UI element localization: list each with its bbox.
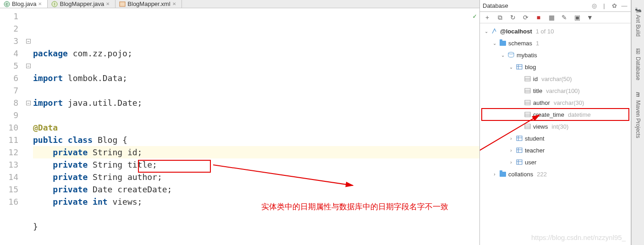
maven-tab[interactable]: mMaven Projects [634, 89, 642, 141]
refresh-icon[interactable]: ↻ [509, 14, 517, 21]
chevron-icon[interactable]: › [508, 136, 514, 141]
table-student[interactable]: ›student [482, 132, 629, 144]
duplicate-icon[interactable]: ⧉ [496, 14, 504, 21]
svg-point-7 [508, 52, 514, 54]
svg-rect-32 [517, 160, 522, 164]
code-line[interactable]: @Data [33, 121, 479, 134]
line-number: 9 [0, 109, 18, 121]
fold-column: −−− [24, 8, 33, 245]
fold-gutter[interactable] [24, 109, 33, 121]
maven-icon: m [635, 92, 641, 98]
tab-blog-mapper-xml[interactable]: BlogMapper.xml ✕ [116, 0, 182, 8]
sync-icon[interactable]: ⟳ [522, 14, 529, 21]
database-panel: Database ◎ | ✿ — + ⧉ ↻ ⟳ ■ ▦ ✎ ▣ ▼ ⌄@loc… [480, 0, 631, 245]
column-author[interactable]: authorvarchar(30) [482, 97, 629, 109]
fold-gutter[interactable] [24, 146, 33, 158]
line-number: 3 [0, 35, 18, 47]
stop-icon[interactable]: ■ [535, 14, 542, 21]
chevron-icon[interactable]: › [492, 172, 497, 177]
line-number: 14 [0, 171, 18, 183]
chevron-icon[interactable]: › [508, 148, 514, 153]
chevron-icon[interactable]: › [508, 160, 514, 165]
table-user[interactable]: ›user [482, 156, 629, 168]
ant-build-tab[interactable]: 🐜Ant Build [634, 4, 642, 39]
close-icon[interactable]: ✕ [106, 1, 111, 7]
class-icon: c [4, 1, 10, 7]
column-create_time[interactable]: create_timedatetime [482, 109, 629, 120]
database-header: Database ◎ | ✿ — [480, 0, 631, 12]
chevron-icon[interactable]: ⌄ [484, 29, 489, 34]
fold-gutter[interactable] [24, 47, 33, 60]
code-line[interactable]: import java.util.Date; [33, 97, 479, 109]
database-tree[interactable]: ⌄@localhost1 of 10⌄schemas1⌄mybatis⌄blog… [480, 23, 631, 245]
chevron-icon[interactable]: ⌄ [492, 41, 497, 46]
line-number: 2 [0, 22, 18, 35]
sql-icon[interactable]: ▣ [573, 14, 581, 21]
code-line[interactable]: import lombok.Data; [33, 72, 479, 84]
line-number: 11 [0, 134, 18, 146]
fold-gutter[interactable] [24, 183, 33, 196]
code-line[interactable]: package com.zz.pojo; [33, 47, 479, 60]
settings-icon[interactable]: ✿ [611, 2, 618, 10]
table-teacher[interactable]: ›teacher [482, 144, 629, 156]
svg-rect-4 [120, 2, 125, 6]
add-icon[interactable]: + [484, 14, 491, 21]
line-number: 15 [0, 183, 18, 196]
fold-toggle[interactable]: − [24, 97, 33, 109]
fold-gutter[interactable] [24, 171, 33, 183]
schema-mybatis[interactable]: ⌄mybatis [482, 49, 629, 61]
table-blog[interactable]: ⌄blog [482, 61, 629, 73]
code-line[interactable] [33, 84, 479, 97]
target-icon[interactable]: ◎ [590, 2, 598, 10]
code-line[interactable] [33, 233, 479, 245]
grid-icon[interactable]: ▦ [548, 14, 555, 21]
svg-rect-26 [517, 136, 522, 141]
code-line[interactable] [33, 60, 479, 72]
folder-icon [500, 172, 506, 177]
line-number: 1 [0, 10, 18, 22]
column-views[interactable]: viewsint(30) [482, 120, 629, 132]
fold-gutter[interactable] [24, 121, 33, 134]
fold-gutter[interactable] [24, 72, 33, 84]
collations-folder[interactable]: ›collations222 [482, 168, 629, 180]
tab-label: Blog.java [12, 0, 36, 7]
fold-gutter[interactable] [24, 84, 33, 97]
filter-icon[interactable]: ▼ [586, 14, 594, 21]
column-title[interactable]: titlevarchar(100) [482, 85, 629, 97]
db-connection[interactable]: ⌄@localhost1 of 10 [482, 25, 629, 37]
line-number: 8 [0, 97, 18, 109]
code-line[interactable]: private String author; [33, 171, 479, 183]
code-line[interactable]: private Date createDate; [33, 183, 479, 196]
xml-icon [119, 1, 126, 7]
line-gutter: 12345678910111213141516 [0, 8, 24, 245]
tab-blog-java[interactable]: c Blog.java ✕ [0, 0, 48, 8]
svg-rect-20 [525, 112, 530, 117]
fold-gutter[interactable] [24, 10, 33, 22]
close-icon[interactable]: ✕ [38, 1, 44, 7]
database-tab[interactable]: 🗄Database [634, 46, 642, 83]
schemas-folder[interactable]: ⌄schemas1 [482, 37, 629, 49]
fold-gutter[interactable] [24, 22, 33, 35]
code-line[interactable]: private String id; [33, 146, 479, 158]
code-line[interactable]: public class Blog { [33, 134, 479, 146]
minimize-icon[interactable]: — [621, 2, 628, 10]
database-toolbar: + ⧉ ↻ ⟳ ■ ▦ ✎ ▣ ▼ [480, 12, 631, 23]
svg-text:I: I [54, 2, 55, 6]
close-icon[interactable]: ✕ [172, 1, 178, 7]
code-line[interactable] [33, 109, 479, 121]
fold-toggle[interactable]: − [24, 35, 33, 47]
code-line[interactable]: } [33, 220, 479, 233]
chevron-icon[interactable]: ⌄ [508, 65, 514, 70]
fold-toggle[interactable]: − [24, 60, 33, 72]
edit-icon[interactable]: ✎ [561, 14, 568, 21]
tab-blog-mapper-java[interactable]: I BlogMapper.java ✕ [48, 0, 116, 8]
fold-gutter[interactable] [24, 158, 33, 171]
svg-rect-29 [517, 148, 522, 152]
line-number: 10 [0, 121, 18, 134]
code-line[interactable]: private String title; [33, 158, 479, 171]
svg-rect-11 [525, 76, 530, 81]
fold-gutter[interactable] [24, 134, 33, 146]
column-id[interactable]: idvarchar(50) [482, 73, 629, 85]
fold-gutter[interactable] [24, 196, 33, 208]
chevron-icon[interactable]: ⌄ [500, 53, 506, 58]
